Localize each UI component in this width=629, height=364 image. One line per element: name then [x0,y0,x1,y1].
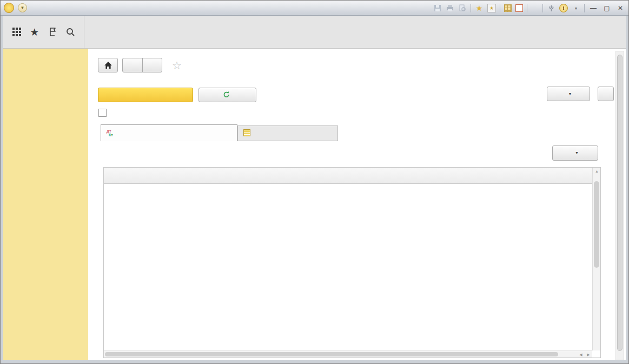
scroll-right-icon[interactable]: ▶ [585,351,592,358]
main-menu-icon[interactable] [12,27,22,37]
add-favorite-icon[interactable]: ★ [475,4,484,12]
info-dropdown-icon[interactable]: ▼ [572,4,580,12]
document-movements-form: ☆ ▼ ДтКт ▼ ▲ ◀ ▶ [88,49,626,360]
close-window-button[interactable]: ✕ [615,4,625,12]
minimize-button[interactable]: — [588,4,598,12]
form-vertical-scrollbar[interactable] [615,51,624,360]
horizontal-scroll-thumb[interactable] [105,352,558,356]
title-bar: ▼ ★ ★ i ▼ — ▢ [1,1,628,16]
vertical-scroll-thumb[interactable] [594,181,599,268]
form-scroll-thumb[interactable] [617,55,623,351]
forward-button[interactable] [143,58,162,72]
dt-kt-icon: ДтКт [107,129,115,137]
info-icon[interactable]: i [559,4,568,12]
app-logo-icon[interactable] [4,3,14,13]
window-frame-bottom [1,360,628,363]
maximize-button[interactable]: ▢ [602,4,612,12]
more-button-table[interactable]: ▼ [552,145,598,161]
vat-doc-icon [243,129,250,136]
home-button[interactable] [98,58,118,72]
favorites-panel-icon[interactable]: ★ [30,26,39,38]
search-icon[interactable] [65,27,75,37]
tab-accounting-tax[interactable]: ДтКт [101,124,237,141]
calendar-icon[interactable] [515,4,523,12]
scroll-up-icon[interactable]: ▲ [593,168,601,175]
back-button[interactable] [123,58,143,72]
scroll-left-icon[interactable]: ◀ [577,351,585,358]
system-menu-button[interactable]: ▼ [18,3,27,12]
sections-panel [3,49,88,360]
more-button-form[interactable]: ▼ [547,87,590,101]
chevron-down-icon: ▼ [575,151,579,155]
history-icon[interactable] [48,27,57,37]
favorites-icon[interactable]: ★ [487,4,496,12]
save-and-close-button[interactable] [98,88,193,102]
print-preview-icon[interactable] [458,4,467,12]
workspace-tabbar: ★ [3,16,626,49]
postings-table: ▲ ◀ ▶ [103,167,601,358]
tab-vat-presented[interactable] [237,125,338,141]
print-icon[interactable] [446,4,454,12]
app-window: ▼ ★ ★ i ▼ — ▢ [0,0,629,364]
help-button[interactable] [598,87,614,101]
manual-adjustment-checkbox[interactable] [98,109,107,117]
table-horizontal-scrollbar[interactable]: ◀ ▶ [104,350,592,358]
calculator-icon[interactable] [504,4,512,12]
refresh-button[interactable] [198,88,256,102]
history-nav-group [122,58,162,72]
star-favorite-icon[interactable]: ☆ [172,59,182,72]
table-vertical-scrollbar[interactable]: ▲ [592,168,600,350]
table-header-row [104,168,592,184]
save-icon[interactable] [433,4,442,12]
chevron-down-icon: ▼ [568,92,572,96]
service-icon[interactable] [547,4,555,12]
window-frame-right [626,16,628,363]
